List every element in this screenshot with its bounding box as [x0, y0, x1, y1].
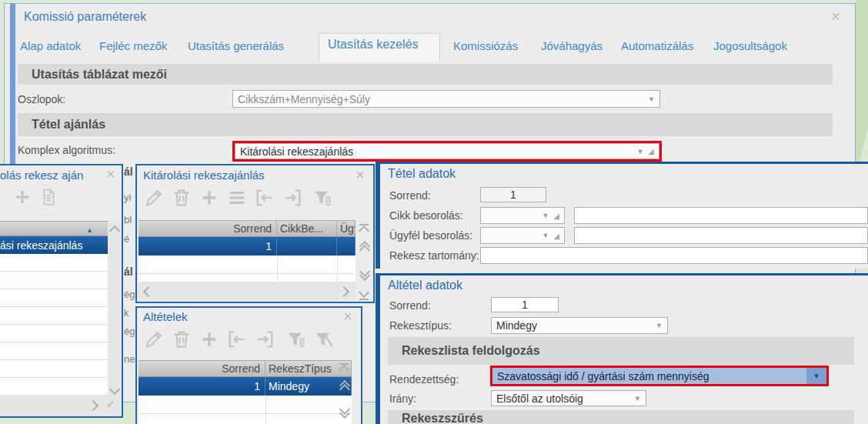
- chevron-down-icon[interactable]: ▼: [634, 395, 641, 402]
- delete-icon[interactable]: [171, 187, 192, 209]
- corner-resize-icon[interactable]: ◢: [553, 212, 559, 220]
- add-icon[interactable]: [12, 187, 32, 207]
- column-ugyfbe[interactable]: ÜgyfBe...: [337, 221, 356, 236]
- grid-header[interactable]: Sorrend RekeszTípus: [139, 360, 352, 377]
- tab-utasitas-kezeles[interactable]: Utasítás kezelés: [328, 38, 418, 52]
- column-cikkbe[interactable]: CikkBe...: [277, 221, 337, 236]
- grid-header[interactable]: Sorrend CikkBe... ÜgyfBe...: [139, 220, 356, 237]
- cell-sorrend: 1: [139, 237, 277, 255]
- edit-icon[interactable]: [143, 187, 165, 209]
- scroll-right-icon[interactable]: [339, 286, 349, 297]
- oszlopok-value: Cikkszám+Mennyiség+Súly: [238, 93, 370, 105]
- selected-row[interactable]: ási rekeszajánlás: [0, 236, 108, 254]
- rekesz-tartomany-label: Rekesz tartomány:: [389, 249, 479, 262]
- cell-cikkbe: [277, 237, 337, 255]
- section-rekeszszures: Rekeszszűrés: [388, 410, 854, 424]
- go-last-icon[interactable]: [360, 289, 369, 300]
- move-in-left-icon[interactable]: [226, 329, 248, 350]
- fragment: ál: [124, 265, 133, 278]
- delete-icon[interactable]: [0, 187, 3, 207]
- fragment: ne: [124, 353, 135, 365]
- empty-rows[interactable]: [0, 254, 108, 395]
- move-in-right-icon[interactable]: [282, 187, 303, 209]
- ugyfel-besorolas-label: Ügyfél besorolás:: [389, 229, 472, 242]
- corner-resize-icon[interactable]: ◢: [553, 232, 559, 240]
- add-icon[interactable]: [199, 329, 220, 350]
- window-close-icon[interactable]: ×: [106, 168, 115, 180]
- tab-jovahagyas[interactable]: Jóváhagyás: [541, 39, 603, 52]
- tab-komissiozas[interactable]: Komissiózás: [453, 39, 518, 52]
- cikk-besorolas-label: Cikk besorolás:: [389, 209, 463, 222]
- sorrend-input[interactable]: [491, 297, 559, 312]
- horizontal-scrollbar[interactable]: [139, 282, 356, 300]
- dialog-close-icon[interactable]: ×: [831, 10, 840, 22]
- filter-icon[interactable]: [311, 187, 332, 209]
- grid-header[interactable]: ▲: [0, 221, 108, 236]
- chevron-down-icon[interactable]: ▼: [656, 322, 663, 329]
- empty-rows[interactable]: [139, 255, 356, 282]
- check-icon[interactable]: ✓: [106, 398, 115, 410]
- scroll-right-icon[interactable]: [88, 400, 98, 411]
- delete-icon[interactable]: [171, 329, 192, 350]
- window-close-icon[interactable]: ×: [343, 310, 352, 322]
- tab-utasitas-generalas[interactable]: Utasítás generálás: [188, 39, 284, 52]
- selected-row[interactable]: 1 Mindegy: [139, 377, 352, 396]
- window-close-icon[interactable]: ×: [356, 169, 365, 181]
- chevron-down-icon[interactable]: ▼: [542, 212, 549, 219]
- komplex-algoritmus-highlight: Kitárolási rekeszajánlás ▼ ◢: [232, 141, 662, 162]
- cikk-besorolas-input[interactable]: [574, 207, 868, 224]
- altetel-adatok-panel: Altétel adatok Sorrend: Rekesztípus: Min…: [376, 273, 868, 424]
- rendezettseg-dropdown[interactable]: Szavatossági idő / gyártási szám mennyis…: [492, 368, 826, 384]
- komplex-algoritmus-value: Kitárolási rekeszajánlás: [240, 145, 353, 158]
- scroll-up-icon[interactable]: [109, 225, 120, 236]
- filter-icon[interactable]: [285, 329, 306, 350]
- komplex-algoritmus-label: Komplex algoritmus:: [18, 144, 115, 156]
- oszlopok-dropdown[interactable]: Cikkszám+Mennyiség+Súly ▼: [232, 90, 660, 108]
- horizontal-scrollbar[interactable]: ✓: [0, 395, 122, 416]
- sorrend-input[interactable]: [480, 187, 546, 202]
- irany-dropdown[interactable]: Elsőtől az utolsóig ▼: [491, 390, 646, 406]
- rekesztipus-dropdown[interactable]: Mindegy ▼: [491, 317, 668, 334]
- fragment: ég: [124, 326, 135, 337]
- ugyfel-besorolas-dropdown[interactable]: ▼ ◢: [480, 227, 565, 244]
- page-up-icon[interactable]: [361, 242, 369, 254]
- komplex-algoritmus-dropdown[interactable]: Kitárolási rekeszajánlás ▼ ◢: [235, 143, 659, 159]
- tab-fejlec-mezok[interactable]: Fejléc mezők: [99, 39, 167, 52]
- clear-filter-icon[interactable]: [312, 329, 334, 350]
- ugyfel-besorolas-input[interactable]: [574, 227, 868, 244]
- chevron-down-icon[interactable]: ▼: [648, 95, 655, 103]
- page-down-icon[interactable]: [361, 268, 369, 279]
- move-in-left-icon[interactable]: [254, 187, 275, 209]
- scroll-down-icon[interactable]: [109, 384, 120, 395]
- page-up-icon[interactable]: [341, 382, 349, 393]
- go-first-icon[interactable]: [340, 363, 349, 374]
- dropdown-button[interactable]: ▼: [806, 368, 826, 384]
- edit-icon[interactable]: [143, 329, 165, 350]
- desktop: Komissió paraméterek × Alap adatok Fejlé…: [0, 0, 868, 424]
- add-icon[interactable]: [199, 187, 220, 209]
- empty-rows[interactable]: [139, 396, 352, 424]
- selected-row[interactable]: 1: [139, 237, 356, 255]
- column-separator: [277, 255, 278, 282]
- rekesztipus-label: Rekesztípus:: [389, 319, 452, 332]
- tab-alap-adatok[interactable]: Alap adatok: [20, 39, 81, 52]
- column-sorrend[interactable]: Sorrend: [139, 361, 265, 376]
- go-first-icon[interactable]: [360, 224, 369, 235]
- column-sorrend[interactable]: Sorrend: [139, 221, 277, 236]
- sort-ascending-icon[interactable]: ▲: [86, 226, 93, 234]
- rekesz-tartomany-input[interactable]: [480, 247, 868, 264]
- tetel-adatok-title: Tétel adatok: [388, 167, 456, 181]
- tab-jogosultsagok[interactable]: Jogosultságok: [713, 39, 787, 52]
- cikk-besorolas-dropdown[interactable]: ▼ ◢: [480, 207, 565, 224]
- vertical-scrollbar[interactable]: [108, 221, 122, 395]
- page-down-icon[interactable]: [341, 406, 349, 417]
- menu-icon[interactable]: [226, 187, 248, 209]
- tab-automatizalas[interactable]: Automatizálás: [621, 39, 693, 52]
- chevron-down-icon[interactable]: ▼: [542, 232, 549, 239]
- cell-ugyfbe: [337, 237, 356, 255]
- document-icon[interactable]: [38, 187, 58, 207]
- scroll-left-icon[interactable]: [143, 286, 154, 297]
- corner-resize-icon[interactable]: ◢: [648, 147, 654, 155]
- chevron-down-icon[interactable]: ▼: [636, 148, 643, 155]
- move-in-right-icon[interactable]: [254, 329, 275, 350]
